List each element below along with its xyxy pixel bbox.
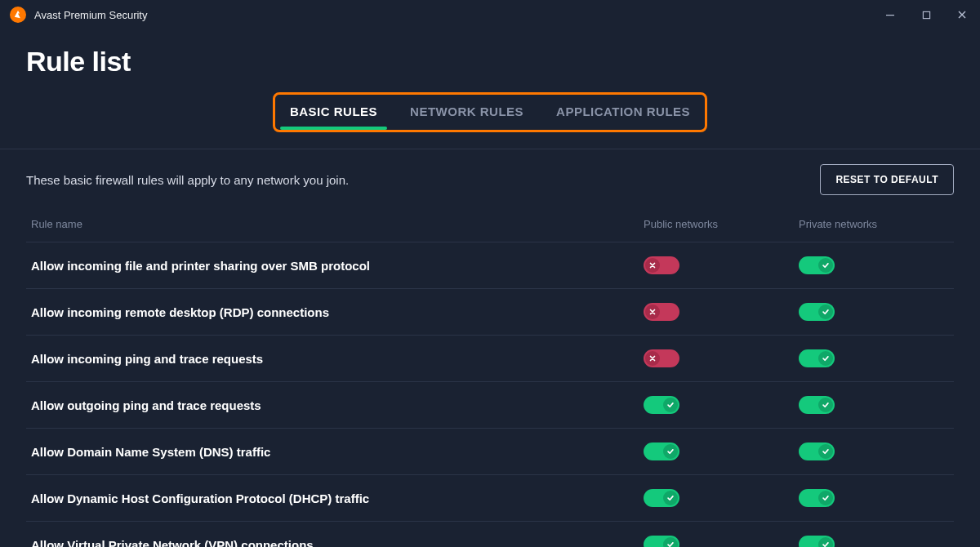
check-icon [663, 491, 678, 505]
toggle-private[interactable] [799, 536, 835, 547]
check-icon [818, 398, 833, 412]
avast-logo-icon [12, 9, 24, 20]
tab-network-rules[interactable]: NETWORK RULES [405, 101, 528, 127]
tabs-container: BASIC RULES NETWORK RULES APPLICATION RU… [273, 92, 707, 132]
rule-name: Allow Domain Name System (DNS) traffic [26, 445, 644, 459]
toggle-public[interactable] [644, 396, 679, 414]
toggle-public[interactable] [644, 489, 679, 507]
close-icon [957, 10, 967, 20]
tab-application-rules[interactable]: APPLICATION RULES [551, 101, 695, 127]
private-toggle-cell [799, 256, 954, 274]
private-toggle-cell [799, 396, 954, 414]
public-toggle-cell [644, 442, 799, 460]
table-header: Rule name Public networks Private networ… [26, 211, 954, 242]
toggle-public[interactable] [644, 349, 679, 367]
check-icon [818, 444, 833, 459]
toggle-public[interactable] [644, 442, 679, 460]
rule-name: Allow incoming ping and trace requests [26, 352, 644, 366]
x-icon [645, 351, 660, 366]
toggle-private[interactable] [799, 442, 835, 460]
rule-row: Allow Virtual Private Network (VPN) conn… [26, 522, 954, 547]
toggle-public[interactable] [644, 303, 679, 321]
x-icon [645, 258, 660, 273]
toggle-public[interactable] [644, 256, 679, 274]
check-icon [818, 258, 833, 273]
page-description: These basic firewall rules will apply to… [26, 173, 349, 187]
private-toggle-cell [799, 536, 954, 547]
public-toggle-cell [644, 256, 799, 274]
private-toggle-cell [799, 489, 954, 507]
rule-row: Allow incoming file and printer sharing … [26, 242, 954, 289]
rule-name: Allow incoming remote desktop (RDP) conn… [26, 305, 644, 319]
rule-row: Allow incoming remote desktop (RDP) conn… [26, 289, 954, 336]
svg-rect-1 [923, 11, 929, 18]
reset-to-default-button[interactable]: RESET TO DEFAULT [820, 164, 954, 195]
rule-row: Allow Dynamic Host Configuration Protoco… [26, 475, 954, 522]
x-icon [645, 305, 660, 319]
toggle-private[interactable] [799, 396, 835, 414]
check-icon [818, 305, 833, 319]
minimize-button[interactable] [872, 0, 908, 29]
check-icon [818, 537, 833, 547]
tab-basic-rules[interactable]: BASIC RULES [285, 101, 382, 127]
public-toggle-cell [644, 536, 799, 547]
check-icon [663, 537, 678, 547]
check-icon [818, 491, 833, 505]
maximize-button[interactable] [908, 0, 944, 29]
check-icon [663, 398, 678, 412]
public-toggle-cell [644, 349, 799, 367]
public-toggle-cell [644, 303, 799, 321]
column-header-public: Public networks [644, 218, 799, 230]
minimize-icon [885, 10, 895, 20]
app-title: Avast Premium Security [34, 9, 147, 21]
toggle-private[interactable] [799, 256, 835, 274]
window-controls [872, 0, 980, 29]
close-button[interactable] [944, 0, 980, 29]
toggle-public[interactable] [644, 536, 679, 547]
page-title: Rule list [26, 46, 954, 78]
column-header-private: Private networks [799, 218, 954, 230]
rule-row: Allow incoming ping and trace requests [26, 336, 954, 382]
public-toggle-cell [644, 489, 799, 507]
titlebar: Avast Premium Security [0, 0, 980, 29]
rule-name: Allow Virtual Private Network (VPN) conn… [26, 538, 644, 548]
rule-row: Allow Domain Name System (DNS) traffic [26, 429, 954, 475]
private-toggle-cell [799, 442, 954, 460]
column-header-name: Rule name [26, 218, 644, 230]
rule-name: Allow incoming file and printer sharing … [26, 259, 644, 273]
toggle-private[interactable] [799, 349, 835, 367]
public-toggle-cell [644, 396, 799, 414]
rules-list: Allow incoming file and printer sharing … [26, 242, 954, 547]
check-icon [818, 351, 833, 366]
private-toggle-cell [799, 349, 954, 367]
toggle-private[interactable] [799, 489, 835, 507]
rule-row: Allow outgoing ping and trace requests [26, 382, 954, 429]
svg-rect-0 [886, 15, 894, 16]
check-icon [663, 444, 678, 459]
app-logo [10, 7, 26, 23]
private-toggle-cell [799, 303, 954, 321]
rule-name: Allow Dynamic Host Configuration Protoco… [26, 491, 644, 505]
toggle-private[interactable] [799, 303, 835, 321]
rule-name: Allow outgoing ping and trace requests [26, 398, 644, 412]
maximize-icon [922, 11, 931, 20]
